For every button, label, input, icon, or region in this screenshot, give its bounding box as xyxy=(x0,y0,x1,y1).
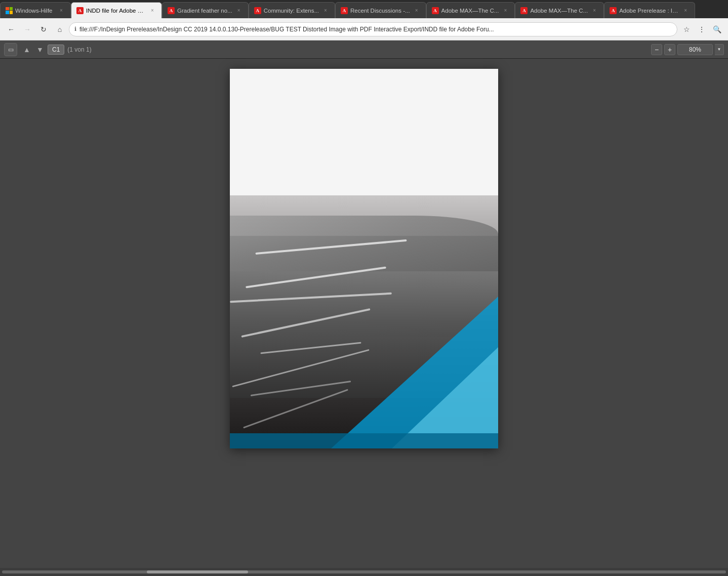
tab-windows-hilfe[interactable]: Windows-Hilfe × xyxy=(0,2,71,18)
address-bar[interactable]: ℹ file:///F:/InDesign Prerelease/InDesig… xyxy=(69,22,677,36)
adobe-favicon: A xyxy=(341,7,348,14)
back-button[interactable]: ← xyxy=(4,22,18,36)
tab-label: Windows-Hilfe xyxy=(15,8,55,14)
zoom-in-icon: + xyxy=(668,46,672,54)
windows-icon xyxy=(6,7,13,14)
adobe-favicon: A xyxy=(520,7,528,14)
adobe-favicon: A xyxy=(168,7,175,14)
page-indicator: C1 xyxy=(48,45,64,55)
navigation-bar: ← → ↻ ⌂ ℹ file:///F:/InDesign Prerelease… xyxy=(0,18,728,40)
sidebar-icon: ▭ xyxy=(8,46,14,53)
zoom-in-button[interactable]: + xyxy=(664,44,675,55)
tab-indd-file[interactable]: A INDD file for Adobe Foru... × xyxy=(71,2,162,18)
search-button[interactable]: 🔍 xyxy=(710,22,724,36)
windows-favicon xyxy=(6,7,13,14)
tab-close-btn[interactable]: × xyxy=(235,7,243,15)
tab-close-btn[interactable]: × xyxy=(501,7,509,15)
tab-close-btn[interactable]: × xyxy=(681,7,690,15)
page-navigation: ▲ ▼ C1 (1 von 1) xyxy=(21,44,92,55)
page-top-area xyxy=(230,69,498,195)
address-text: file:///F:/InDesign Prerelease/InDesign … xyxy=(79,26,672,33)
svg-rect-2 xyxy=(230,433,498,448)
prev-page-button[interactable]: ▲ xyxy=(21,44,32,55)
tab-recent-discussions[interactable]: A Recent Discussions -... × xyxy=(335,2,426,18)
tab-close-btn[interactable]: × xyxy=(590,7,598,15)
bookmark-button[interactable]: ☆ xyxy=(679,22,694,36)
tab-close-btn[interactable]: × xyxy=(321,7,330,15)
tab-close-btn[interactable]: × xyxy=(57,7,65,15)
zoom-controls: − + ▼ xyxy=(651,44,724,55)
canyon-image xyxy=(230,195,498,448)
pdf-page xyxy=(230,69,498,448)
adobe-favicon: A xyxy=(610,7,617,14)
tab-label: Community: Extens... xyxy=(264,8,319,14)
tab-label: Adobe Prerelease : In... xyxy=(619,8,679,14)
scrollbar-track xyxy=(2,570,726,573)
pdf-toolbar: ▭ ▲ ▼ C1 (1 von 1) − + ▼ xyxy=(0,40,728,59)
tab-adobe-prerelease[interactable]: A Adobe Prerelease : In... × xyxy=(604,2,695,18)
nav-right-buttons: ☆ ⋮ 🔍 xyxy=(679,22,724,36)
tab-adobe-max-1[interactable]: A Adobe MAX—The C... × xyxy=(426,2,515,18)
tab-gradient-feather[interactable]: A Gradient feather no... × xyxy=(162,2,249,18)
scrollbar-thumb[interactable] xyxy=(147,570,248,573)
adobe-favicon: A xyxy=(76,7,84,14)
horizontal-scrollbar[interactable] xyxy=(0,568,728,576)
tab-label: Adobe MAX—The C... xyxy=(530,8,588,14)
tab-label: Recent Discussions -... xyxy=(350,8,410,14)
zoom-out-button[interactable]: − xyxy=(651,44,662,55)
tab-community[interactable]: A Community: Extens... × xyxy=(249,2,335,18)
page-info: (1 von 1) xyxy=(67,46,91,53)
home-button[interactable]: ⌂ xyxy=(53,22,67,36)
zoom-dropdown-button[interactable]: ▼ xyxy=(715,44,724,55)
tab-label: Adobe MAX—The C... xyxy=(441,8,499,14)
tab-bar: Windows-Hilfe × A INDD file for Adobe Fo… xyxy=(0,0,728,18)
reload-button[interactable]: ↻ xyxy=(36,22,51,36)
content-area xyxy=(0,59,728,576)
zoom-input[interactable] xyxy=(677,44,713,55)
tab-adobe-max-2[interactable]: A Adobe MAX—The C... × xyxy=(515,2,604,18)
adobe-favicon: A xyxy=(432,7,439,14)
forward-button[interactable]: → xyxy=(20,22,34,36)
next-page-button[interactable]: ▼ xyxy=(34,44,46,55)
tab-label: Gradient feather no... xyxy=(177,8,232,14)
menu-button[interactable]: ⋮ xyxy=(695,22,709,36)
zoom-out-icon: − xyxy=(655,46,659,54)
sidebar-toggle-button[interactable]: ▭ xyxy=(4,43,17,56)
adobe-favicon: A xyxy=(254,7,261,14)
info-icon: ℹ xyxy=(74,26,76,32)
tab-close-btn[interactable]: × xyxy=(148,7,156,15)
browser-window: Windows-Hilfe × A INDD file for Adobe Fo… xyxy=(0,0,728,576)
tab-label: INDD file for Adobe Foru... xyxy=(86,8,146,14)
tab-close-btn[interactable]: × xyxy=(413,7,421,15)
